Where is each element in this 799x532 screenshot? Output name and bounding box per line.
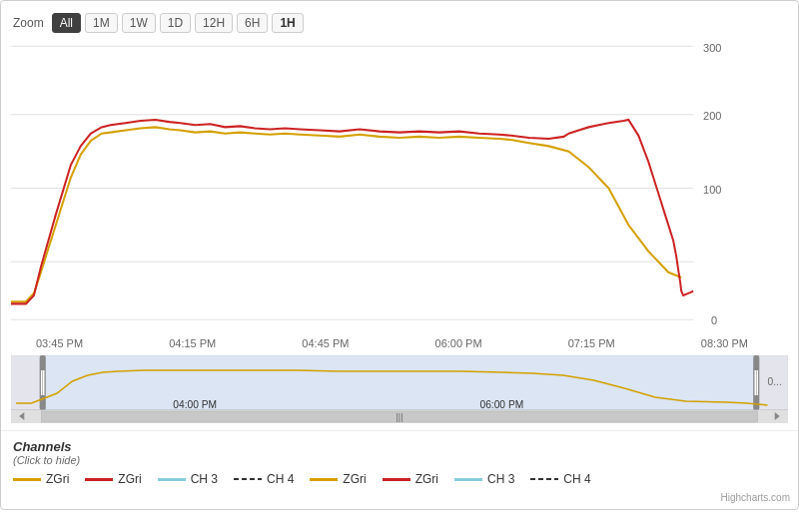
legend-label-1: ZGri (46, 472, 69, 486)
legend-section: Channels (Click to hide) ZGri ZGri CH 3 … (1, 430, 798, 490)
gold-line (11, 127, 681, 301)
legend-label-7: CH 3 (487, 472, 514, 486)
zoom-btn-all[interactable]: All (52, 13, 81, 33)
x-label-5: 07:15 PM (568, 337, 615, 349)
hc-credit[interactable]: Highcharts.com (1, 490, 798, 505)
legend-label-8: CH 4 (563, 472, 590, 486)
svg-text:0...: 0... (768, 376, 782, 387)
navigator-svg: 04:00 PM 06:00 PM ||| 0... (11, 355, 788, 423)
legend-item-8[interactable]: CH 4 (530, 472, 590, 486)
legend-items: ZGri ZGri CH 3 CH 4 ZGri ZGri (13, 472, 786, 486)
zoom-btn-1m[interactable]: 1M (85, 13, 118, 33)
legend-label-2: ZGri (118, 472, 141, 486)
legend-item-7[interactable]: CH 3 (454, 472, 514, 486)
legend-line-7 (454, 478, 482, 481)
legend-line-4 (234, 478, 262, 480)
svg-rect-16 (753, 355, 759, 410)
zoom-label: Zoom (13, 16, 44, 30)
main-chart-svg: 300 200 100 0 (11, 41, 748, 335)
zoom-btn-1h[interactable]: 1H (272, 13, 303, 33)
svg-text:200: 200 (703, 110, 721, 122)
legend-item-5[interactable]: ZGri (310, 472, 366, 486)
legend-title: Channels (13, 439, 786, 454)
svg-text:300: 300 (703, 41, 721, 53)
zoom-btn-1d[interactable]: 1D (160, 13, 191, 33)
zoom-btn-6h[interactable]: 6H (237, 13, 268, 33)
legend-item-6[interactable]: ZGri (383, 472, 438, 486)
red-line (11, 120, 693, 303)
x-label-2: 04:15 PM (169, 337, 216, 349)
legend-line-8 (530, 478, 558, 480)
legend-item-1[interactable]: ZGri (13, 472, 69, 486)
legend-line-1 (13, 478, 41, 481)
svg-rect-13 (40, 355, 46, 410)
main-chart: 300 200 100 0 (1, 41, 798, 335)
svg-text:|||: ||| (396, 412, 402, 422)
x-label-4: 06:00 PM (435, 337, 482, 349)
chart-container: Zoom All 1M 1W 1D 12H 6H 1H 300 200 100 … (0, 0, 799, 510)
x-axis: 03:45 PM 04:15 PM 04:45 PM 06:00 PM 07:1… (1, 335, 798, 353)
x-label-3: 04:45 PM (302, 337, 349, 349)
legend-label-5: ZGri (343, 472, 366, 486)
legend-line-6 (383, 478, 410, 481)
legend-label-3: CH 3 (191, 472, 218, 486)
legend-subtitle: (Click to hide) (13, 454, 786, 466)
legend-label-6: ZGri (415, 472, 438, 486)
zoom-btn-12h[interactable]: 12H (195, 13, 233, 33)
svg-rect-11 (11, 355, 42, 410)
zoom-toolbar: Zoom All 1M 1W 1D 12H 6H 1H (1, 9, 798, 41)
legend-item-3[interactable]: CH 3 (158, 472, 218, 486)
svg-text:0: 0 (711, 314, 717, 326)
navigator-area: 04:00 PM 06:00 PM ||| 0... (1, 355, 798, 426)
svg-text:100: 100 (703, 183, 721, 195)
zoom-btn-1w[interactable]: 1W (122, 13, 156, 33)
svg-text:06:00 PM: 06:00 PM (479, 399, 523, 410)
svg-text:04:00 PM: 04:00 PM (173, 399, 217, 410)
legend-item-4[interactable]: CH 4 (234, 472, 294, 486)
legend-line-5 (310, 478, 338, 481)
x-label-1: 03:45 PM (36, 337, 83, 349)
legend-label-4: CH 4 (267, 472, 294, 486)
legend-line-2 (85, 478, 113, 481)
x-label-6: 08:30 PM (701, 337, 748, 349)
legend-item-2[interactable]: ZGri (85, 472, 141, 486)
svg-rect-10 (42, 355, 758, 410)
legend-line-3 (158, 478, 186, 481)
